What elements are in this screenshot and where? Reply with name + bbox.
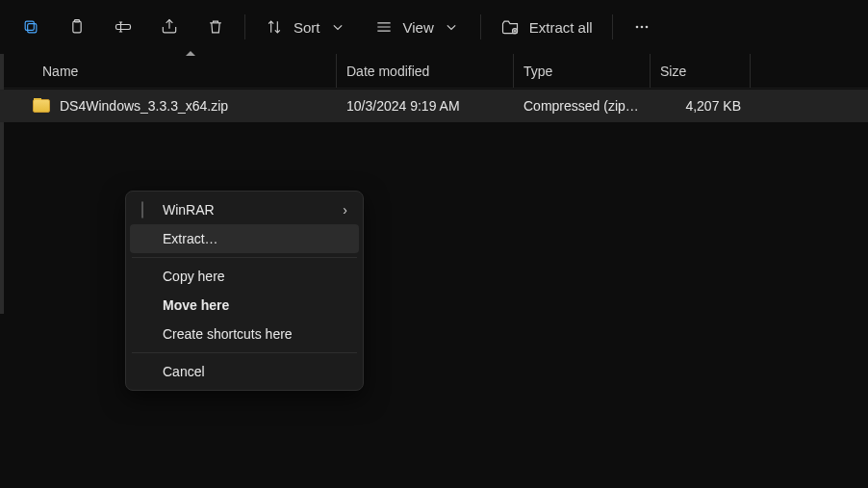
menu-separator — [132, 257, 357, 258]
extract-all-label: Extract all — [529, 19, 593, 36]
view-button[interactable]: View — [361, 8, 474, 46]
rename-icon — [114, 17, 133, 37]
file-type: Compressed (zipp… — [514, 98, 651, 114]
more-options-button[interactable] — [619, 8, 665, 46]
copy-icon — [21, 17, 40, 37]
menu-item-extract[interactable]: Extract… — [130, 224, 359, 253]
menu-item-move-here[interactable]: Move here — [130, 291, 359, 320]
column-header-size-label: Size — [660, 64, 686, 79]
sort-button[interactable]: Sort — [251, 8, 361, 46]
file-size: 4,207 KB — [651, 98, 751, 114]
column-header-type-label: Type — [523, 64, 552, 79]
sort-label: Sort — [294, 19, 320, 36]
toolbar-separator — [612, 14, 613, 39]
svg-point-8 — [645, 26, 648, 29]
column-header-date-label: Date modified — [346, 64, 429, 79]
svg-rect-2 — [73, 21, 81, 33]
menu-item-cancel-label: Cancel — [163, 364, 347, 379]
file-date: 10/3/2024 9:19 AM — [337, 98, 514, 114]
extract-all-button[interactable]: Extract all — [487, 8, 606, 46]
svg-point-6 — [635, 26, 638, 29]
zip-folder-icon — [33, 99, 50, 113]
svg-rect-1 — [25, 21, 34, 30]
menu-item-cancel[interactable]: Cancel — [130, 357, 359, 386]
more-icon — [632, 17, 651, 37]
file-list: DS4Windows_3.3.3_x64.zip 10/3/2024 9:19 … — [0, 90, 868, 122]
chevron-down-icon — [442, 17, 461, 37]
paste-icon — [67, 17, 87, 37]
toolbar: Sort View Extract all — [0, 0, 868, 54]
menu-item-create-shortcuts-label: Create shortcuts here — [163, 326, 347, 342]
share-icon — [160, 17, 179, 37]
menu-item-move-here-label: Move here — [163, 297, 347, 313]
menu-item-winrar[interactable]: WinRAR › — [130, 195, 359, 224]
sort-ascending-icon — [186, 51, 195, 56]
toolbar-separator — [244, 14, 245, 39]
file-name: DS4Windows_3.3.3_x64.zip — [60, 98, 228, 114]
column-header-type[interactable]: Type — [514, 54, 651, 88]
context-menu: WinRAR › Extract… Copy here Move here Cr… — [125, 191, 364, 391]
svg-rect-4 — [116, 25, 131, 30]
file-row[interactable]: DS4Windows_3.3.3_x64.zip 10/3/2024 9:19 … — [0, 90, 868, 122]
menu-item-create-shortcuts[interactable]: Create shortcuts here — [130, 320, 359, 348]
chevron-right-icon: › — [343, 202, 347, 218]
view-icon — [374, 17, 394, 37]
column-header-row: Name Date modified Type Size — [0, 54, 868, 89]
chevron-down-icon — [328, 17, 347, 37]
column-header-date[interactable]: Date modified — [337, 54, 514, 88]
winrar-icon — [141, 201, 143, 218]
share-button[interactable] — [146, 8, 192, 46]
menu-item-extract-label: Extract… — [163, 231, 347, 246]
delete-icon — [206, 17, 225, 37]
copy-button[interactable] — [8, 8, 54, 46]
column-header-name[interactable]: Name — [0, 54, 337, 88]
svg-rect-0 — [28, 24, 37, 33]
menu-item-winrar-label: WinRAR — [163, 202, 343, 218]
extract-icon — [500, 17, 520, 37]
menu-item-copy-here[interactable]: Copy here — [130, 262, 359, 291]
paste-button[interactable] — [54, 8, 100, 46]
column-header-name-label: Name — [42, 64, 78, 79]
menu-separator — [132, 352, 357, 353]
rename-button[interactable] — [100, 8, 146, 46]
delete-button[interactable] — [192, 8, 239, 46]
view-label: View — [403, 19, 434, 36]
menu-item-copy-here-label: Copy here — [163, 269, 347, 284]
sort-icon — [265, 17, 284, 37]
svg-point-7 — [640, 26, 643, 29]
toolbar-separator — [480, 14, 481, 39]
column-header-size[interactable]: Size — [651, 54, 751, 88]
